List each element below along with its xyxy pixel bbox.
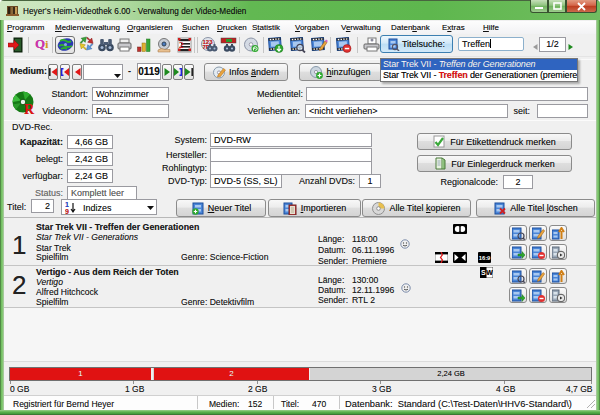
svg-text:16:9: 16:9 [479,255,491,261]
svg-text:2: 2 [179,40,184,50]
svg-text:1: 1 [65,201,69,208]
svg-text:9: 9 [65,208,69,214]
svg-text:W: W [486,269,493,276]
